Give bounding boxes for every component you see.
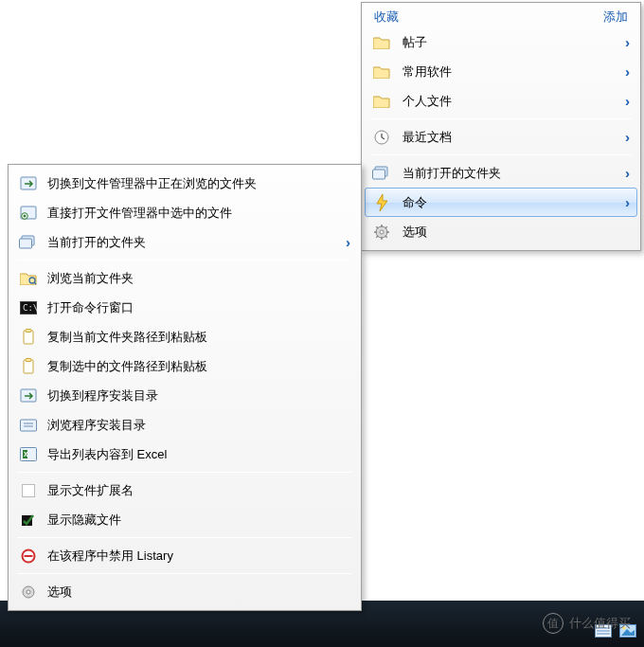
menu-item-label: 浏览程序安装目录 (47, 417, 146, 434)
menu-item-label: 在该程序中禁用 Listary (47, 548, 173, 565)
cmd-copy-folder-path[interactable]: 复制当前文件夹路径到粘贴板 (11, 322, 358, 351)
chevron-right-icon: › (625, 93, 630, 109)
menu-item-label: 命令 (402, 194, 427, 211)
svg-rect-31 (26, 329, 31, 332)
open-icon (17, 202, 40, 225)
add-favorite[interactable]: 添加 (603, 9, 628, 26)
folder-icon (370, 61, 393, 83)
menu-item-label: 显示文件扩展名 (47, 482, 134, 499)
watermark-badge-icon: 值 (543, 613, 564, 634)
menu-item-label: 当前打开的文件夹 (47, 234, 146, 251)
svg-rect-41 (23, 484, 35, 496)
svg-line-20 (385, 226, 387, 228)
menu-item-label: 个人文件 (402, 93, 452, 110)
svg-point-12 (380, 230, 384, 234)
menu-item-label: 选项 (47, 584, 72, 601)
svg-line-19 (376, 235, 378, 237)
recent-docs[interactable]: 最近文档 › (365, 122, 637, 152)
svg-text:C:\: C:\ (23, 303, 37, 313)
command-item[interactable]: 命令 › (365, 188, 637, 217)
copy-icon (17, 326, 40, 349)
separator (370, 154, 632, 155)
terminal-icon: C:\ (17, 297, 40, 319)
toggle-extensions[interactable]: 显示文件扩展名 (11, 476, 358, 505)
svg-line-17 (376, 226, 378, 228)
svg-rect-33 (26, 358, 31, 361)
menu-item-label: 直接打开文件管理器中选中的文件 (47, 205, 232, 222)
chevron-right-icon: › (625, 194, 630, 210)
menu-item-label: 帖子 (402, 34, 427, 51)
cmd-open-terminal[interactable]: C:\ 打开命令行窗口 (11, 293, 358, 322)
menu-item-label: 最近文档 (402, 129, 452, 146)
switch-icon (17, 172, 40, 195)
cmd-browse-current-folder[interactable]: 浏览当前文件夹 (11, 263, 358, 293)
folder-icon (370, 90, 393, 113)
copy-icon (17, 355, 40, 378)
svg-rect-25 (20, 239, 32, 248)
svg-rect-30 (24, 331, 33, 344)
chevron-right-icon: › (625, 34, 630, 50)
watermark-text: 什么值得买 (569, 615, 631, 632)
command-submenu: 切换到文件管理器中正在浏览的文件夹 直接打开文件管理器中选中的文件 当前打开的文… (8, 164, 362, 611)
folders-icon (17, 231, 40, 254)
separator (17, 260, 352, 261)
svg-line-18 (385, 235, 387, 237)
bolt-icon (370, 191, 393, 214)
cmd-copy-file-path[interactable]: 复制选中的文件路径到粘贴板 (11, 351, 358, 381)
gear-icon (370, 221, 393, 243)
current-open-folder[interactable]: 当前打开的文件夹 › (365, 158, 637, 188)
fav-item-software[interactable]: 常用软件 › (365, 57, 637, 86)
chevron-right-icon: › (625, 63, 630, 80)
svg-point-46 (27, 590, 30, 594)
menu-item-label: 浏览当前文件夹 (47, 270, 134, 287)
disable-listary[interactable]: 在该程序中禁用 Listary (11, 541, 358, 570)
menu-item-label: 打开命令行窗口 (47, 299, 134, 316)
menu-item-label: 复制选中的文件路径到粘贴板 (47, 358, 207, 375)
fav-item-posts[interactable]: 帖子 › (365, 27, 637, 57)
menu-item-label: 复制当前文件夹路径到粘贴板 (47, 329, 207, 346)
chevron-right-icon: › (625, 165, 630, 181)
cmd-open-selected-file[interactable]: 直接打开文件管理器中选中的文件 (11, 198, 358, 227)
separator (17, 573, 352, 574)
folder-icon (370, 31, 393, 54)
cmd-current-open-folder[interactable]: 当前打开的文件夹 › (11, 227, 358, 257)
browse-icon (17, 267, 40, 290)
separator (17, 537, 352, 538)
separator (370, 118, 632, 119)
chevron-right-icon: › (625, 129, 630, 145)
svg-rect-35 (21, 420, 37, 431)
export-icon: X (17, 443, 40, 466)
svg-rect-9 (373, 170, 385, 179)
browse-dir-icon (17, 414, 40, 437)
clock-icon (370, 126, 393, 149)
svg-rect-32 (24, 360, 33, 373)
favorites-menu-header: 收藏 添加 (365, 5, 637, 27)
toggle-hidden-files[interactable]: 显示隐藏文件 (11, 505, 358, 534)
menu-item-label: 当前打开的文件夹 (402, 165, 501, 182)
menu-item-label: 常用软件 (402, 63, 452, 81)
chevron-right-icon: › (346, 234, 350, 250)
options-item[interactable]: 选项 (365, 217, 637, 246)
menu-item-label: 导出列表内容到 Excel (47, 446, 167, 463)
gear-icon (17, 581, 40, 603)
forbid-icon (17, 545, 40, 567)
favorites-menu: 收藏 添加 帖子 › 常用软件 › 个人文件 › 最近文档 › 当前打开 (361, 2, 641, 251)
menu-item-label: 切换到程序安装目录 (47, 387, 158, 404)
menu-item-label: 切换到文件管理器中正在浏览的文件夹 (47, 175, 257, 192)
menu-item-label: 显示隐藏文件 (47, 512, 121, 529)
fav-item-personal[interactable]: 个人文件 › (365, 86, 637, 116)
cmd-export-excel[interactable]: X 导出列表内容到 Excel (11, 440, 358, 469)
switch-icon (17, 385, 40, 407)
menu-item-label: 选项 (402, 224, 427, 241)
favorites-label[interactable]: 收藏 (374, 9, 399, 26)
checkbox-checked-icon (17, 509, 40, 531)
svg-text:X: X (24, 451, 28, 458)
cmd-switch-browsed-folder[interactable]: 切换到文件管理器中正在浏览的文件夹 (11, 169, 358, 198)
options-item-left[interactable]: 选项 (11, 577, 358, 606)
separator (17, 472, 352, 473)
checkbox-unchecked-icon (17, 479, 40, 502)
watermark: 值 什么值得买 (543, 613, 631, 634)
cmd-browse-install-dir[interactable]: 浏览程序安装目录 (11, 410, 358, 440)
cmd-switch-install-dir[interactable]: 切换到程序安装目录 (11, 381, 358, 410)
svg-marker-10 (377, 194, 387, 211)
